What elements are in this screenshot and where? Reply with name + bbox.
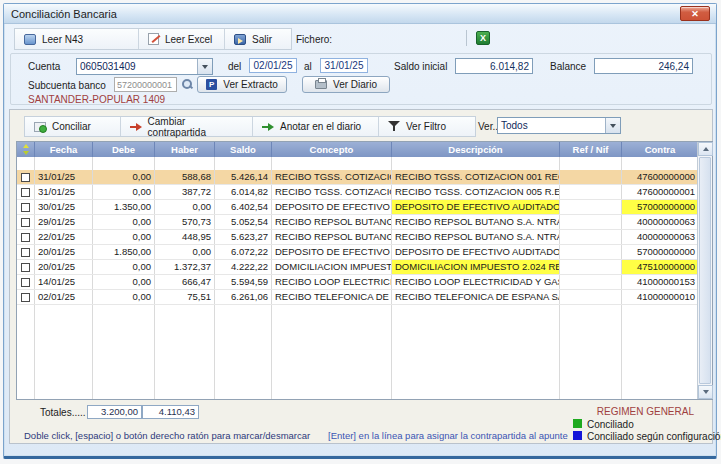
ver-extracto-button[interactable]: P Ver Extracto [197,76,287,93]
header-ref[interactable]: Ref / Nif [560,142,622,157]
table-row[interactable]: 20/01/250,001.372,374.222,22DOMICILIACIO… [17,260,697,275]
balance-field[interactable]: 246,24 [594,58,693,74]
row-checkbox[interactable] [21,293,30,302]
row-checkbox[interactable] [21,173,30,182]
table-row[interactable]: 30/01/251.350,000,006.402,54DEPOSITO DE … [17,200,697,215]
cell-descripcion: DEPOSITO DE EFECTIVO AUDITADO EN [392,245,560,259]
filter-icon [388,121,400,132]
salir-label: Salir [252,34,272,45]
window-title: Conciliación Bancaria [4,8,117,20]
header-saldo[interactable]: Saldo [215,142,272,157]
ver-value: Todos [498,120,605,131]
titlebar[interactable]: Conciliación Bancaria ✕ [4,4,716,24]
cell-blank [560,305,622,399]
cell-blank [272,305,392,399]
cell-blank [392,157,560,170]
printer-icon [315,80,327,89]
cell-debe: 0,00 [93,215,155,229]
date-from-value: 02/01/25 [254,60,293,71]
leer-n43-button[interactable]: Leer N43 [15,29,139,49]
conciliar-label: Conciliar [52,121,91,132]
cell-fecha: 14/01/25 [35,275,93,289]
cell-ref [560,215,622,229]
cell-check [17,290,35,304]
ver-dropdown-button[interactable] [605,118,620,133]
salir-button[interactable]: Salir [225,29,291,49]
cell-debe: 0,00 [93,290,155,304]
row-checkbox[interactable] [21,203,30,212]
scrollbar-thumb[interactable] [699,157,711,384]
conciliacion-bancaria-window: Conciliación Bancaria ✕ Leer N43 Leer Ex… [3,3,717,459]
cell-saldo: 4.222,22 [215,260,272,274]
table-row[interactable]: 29/01/250,00570,735.052,54RECIBO REPSOL … [17,215,697,230]
cell-blank [155,305,215,399]
row-checkbox[interactable] [21,248,30,257]
anotar-diario-button[interactable]: Anotar en el diario [253,117,379,136]
cell-blank [155,157,215,170]
row-checkbox[interactable] [21,218,30,227]
header-fecha[interactable]: Fecha [35,142,93,157]
table-row[interactable]: 02/01/250,0075,516.261,06RECIBO TELEFONI… [17,290,697,305]
totales-label: Totales..... [40,407,86,418]
row-checkbox[interactable] [21,278,30,287]
cell-saldo: 6.402,54 [215,200,272,214]
subcuenta-field[interactable]: 57200000001 [114,77,177,92]
date-from-field[interactable]: 02/01/25 [249,58,297,73]
row-checkbox[interactable] [21,188,30,197]
date-to-field[interactable]: 31/01/25 [320,58,368,73]
read-excel-icon [148,33,159,45]
cell-fecha: 30/01/25 [35,200,93,214]
ver-filtro-label: Ver Filtro [406,121,446,132]
subcuenta-label: Subcuenta banco [28,80,106,91]
conciliar-icon [34,122,46,132]
leer-n43-label: Leer N43 [42,34,83,45]
cell-concepto: RECIBO REPSOL BUTANO S.A. NT [272,230,392,244]
ver-diario-button[interactable]: Ver Diario [302,76,390,93]
cell-check [17,275,35,289]
header-select-all[interactable] [17,142,35,157]
row-checkbox[interactable] [21,233,30,242]
cell-check [17,185,35,199]
cell-ref [560,185,622,199]
close-button[interactable]: ✕ [680,6,710,21]
saldo-inicial-field[interactable]: 6.014,82 [455,58,533,74]
exit-icon [234,34,246,45]
cell-concepto: RECIBO REPSOL BUTANO S.A. NT [272,215,392,229]
cell-haber: 0,00 [155,245,215,259]
cell-debe: 1.350,00 [93,200,155,214]
row-checkbox[interactable] [21,263,30,272]
cell-saldo: 6.014,82 [215,185,272,199]
search-icon[interactable] [181,78,193,90]
empty-row [17,157,697,170]
legend-blue-label: Conciliado según configuración [587,431,721,442]
balance-value: 246,24 [658,61,689,72]
table-scrollbar[interactable] [697,142,712,399]
table-row[interactable]: 14/01/250,00666,475.594,59RECIBO LOOP EL… [17,275,697,290]
conciliar-button[interactable]: Conciliar [25,117,121,136]
ver-filtro-button[interactable]: Ver Filtro [379,117,475,136]
hint-right: [Enter] en la línea para asignar la cont… [328,430,568,441]
close-icon: ✕ [691,9,699,19]
export-excel-button[interactable]: X [474,29,492,47]
scroll-up-button[interactable] [698,142,713,156]
leer-excel-button[interactable]: Leer Excel [139,29,225,49]
header-desc[interactable]: Descripción [392,142,560,157]
table-row[interactable]: 31/01/250,00387,726.014,82RECIBO TGSS. C… [17,185,697,200]
table-row[interactable]: 20/01/251.850,000,006.072,22DEPOSITO DE … [17,245,697,260]
al-label: al [304,61,312,72]
cambiar-contrapartida-button[interactable]: Cambiar contrapartida [121,117,253,136]
cell-check [17,170,35,184]
header-debe[interactable]: Debe [93,142,155,157]
header-contra[interactable]: Contra [622,142,699,157]
table-row[interactable]: 22/01/250,00448,955.623,27RECIBO REPSOL … [17,230,697,245]
header-haber[interactable]: Haber [155,142,215,157]
table-row[interactable]: 31/01/250,00588,685.426,14RECIBO TGSS. C… [17,170,697,185]
cuenta-combobox[interactable]: 0605031409 [76,58,213,75]
cell-haber: 1.372,37 [155,260,215,274]
scroll-down-button[interactable] [698,385,713,399]
cell-contra: 57000000000 [622,200,699,214]
cell-saldo: 5.426,14 [215,170,272,184]
ver-combobox[interactable]: Todos [497,117,621,134]
cuenta-dropdown-button[interactable] [197,59,212,74]
header-conc[interactable]: Concepto [272,142,392,157]
